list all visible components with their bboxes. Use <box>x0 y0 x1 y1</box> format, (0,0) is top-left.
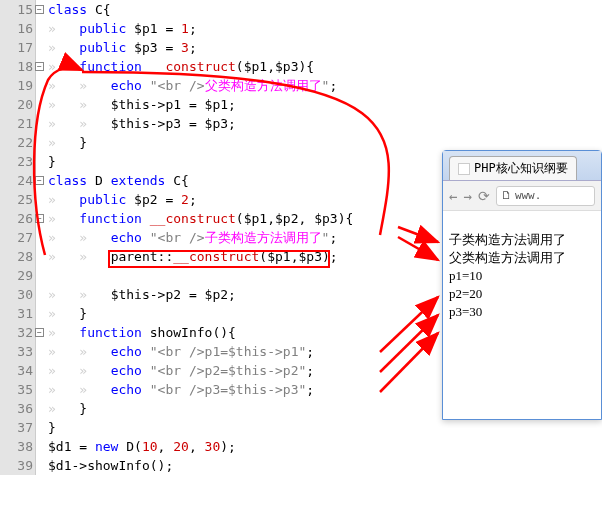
code-line[interactable]: 23} <box>0 152 442 171</box>
line-number: 28 <box>0 247 36 266</box>
code-content: » » $this->p3 = $p3; <box>36 114 442 133</box>
code-content: » » echo "<br />父类构造方法调用了"; <box>36 76 442 95</box>
page-icon: 🗋 <box>501 189 512 202</box>
code-content: » » echo "<br />p3=$this->p3"; <box>36 380 442 399</box>
line-number: 22 <box>0 133 36 152</box>
line-number: 17 <box>0 38 36 57</box>
reload-icon[interactable]: ⟳ <box>478 188 490 204</box>
code-content: } <box>36 152 442 171</box>
output-line: p3=30 <box>449 303 595 321</box>
code-line[interactable]: 24−class D extends C{ <box>0 171 442 190</box>
code-line[interactable]: 25» public $p2 = 2; <box>0 190 442 209</box>
code-line[interactable]: 35» » echo "<br />p3=$this->p3"; <box>0 380 442 399</box>
address-bar[interactable]: 🗋 www. <box>496 186 595 206</box>
line-number: 30 <box>0 285 36 304</box>
code-content: » » $this->p2 = $p2; <box>36 285 442 304</box>
code-content: » » echo "<br />p1=$this->p1"; <box>36 342 442 361</box>
url-text: www. <box>515 189 542 202</box>
line-number: 29 <box>0 266 36 285</box>
line-number: 33 <box>0 342 36 361</box>
forward-icon[interactable]: → <box>463 188 471 204</box>
code-line[interactable]: 29 <box>0 266 442 285</box>
line-number: 20 <box>0 95 36 114</box>
code-line[interactable]: 30» » $this->p2 = $p2; <box>0 285 442 304</box>
fold-icon[interactable]: − <box>35 328 44 337</box>
line-number: 34 <box>0 361 36 380</box>
browser-tabbar: PHP核心知识纲要 <box>443 151 601 181</box>
fold-icon[interactable]: − <box>35 62 44 71</box>
code-line[interactable]: 21» » $this->p3 = $p3; <box>0 114 442 133</box>
code-line[interactable]: 16» public $p1 = 1; <box>0 19 442 38</box>
line-number: 18− <box>0 57 36 76</box>
output-line: 父类构造方法调用了 <box>449 249 595 267</box>
code-content: » function __construct($p1,$p3){ <box>36 57 442 76</box>
code-line[interactable]: 36» } <box>0 399 442 418</box>
output-line: p1=10 <box>449 267 595 285</box>
output-line: p2=20 <box>449 285 595 303</box>
code-line[interactable]: 26−» function __construct($p1,$p2, $p3){ <box>0 209 442 228</box>
code-line[interactable]: 38$d1 = new D(10, 20, 30); <box>0 437 442 456</box>
line-number: 23 <box>0 152 36 171</box>
browser-viewport: 子类构造方法调用了父类构造方法调用了p1=10p2=20p3=30 <box>443 211 601 327</box>
browser-toolbar: ← → ⟳ 🗋 www. <box>443 181 601 211</box>
code-content: » function __construct($p1,$p2, $p3){ <box>36 209 442 228</box>
code-content: » public $p1 = 1; <box>36 19 442 38</box>
tab-title: PHP核心知识纲要 <box>474 160 568 177</box>
fold-icon[interactable]: − <box>35 176 44 185</box>
code-content: » » $this->p1 = $p1; <box>36 95 442 114</box>
line-number: 15− <box>0 0 36 19</box>
code-content: » } <box>36 304 442 323</box>
code-line[interactable]: 32−» function showInfo(){ <box>0 323 442 342</box>
code-line[interactable]: 22» } <box>0 133 442 152</box>
code-content: $d1 = new D(10, 20, 30); <box>36 437 442 456</box>
back-icon[interactable]: ← <box>449 188 457 204</box>
code-content <box>36 266 442 285</box>
code-content: » public $p3 = 3; <box>36 38 442 57</box>
code-line[interactable]: 37} <box>0 418 442 437</box>
code-content: class D extends C{ <box>36 171 442 190</box>
page-icon <box>458 163 470 175</box>
line-number: 25 <box>0 190 36 209</box>
code-line[interactable]: 20» » $this->p1 = $p1; <box>0 95 442 114</box>
code-line[interactable]: 18−» function __construct($p1,$p3){ <box>0 57 442 76</box>
code-line[interactable]: 19» » echo "<br />父类构造方法调用了"; <box>0 76 442 95</box>
line-number: 38 <box>0 437 36 456</box>
line-number: 16 <box>0 19 36 38</box>
fold-icon[interactable]: − <box>35 214 44 223</box>
code-content: » function showInfo(){ <box>36 323 442 342</box>
line-number: 21 <box>0 114 36 133</box>
fold-icon[interactable]: − <box>35 5 44 14</box>
browser-tab[interactable]: PHP核心知识纲要 <box>449 156 577 180</box>
highlight-box <box>108 250 330 268</box>
code-content: » public $p2 = 2; <box>36 190 442 209</box>
code-content: » } <box>36 133 442 152</box>
line-number: 36 <box>0 399 36 418</box>
code-line[interactable]: 33» » echo "<br />p1=$this->p1"; <box>0 342 442 361</box>
code-content: » } <box>36 399 442 418</box>
code-line[interactable]: 17» public $p3 = 3; <box>0 38 442 57</box>
line-number: 31 <box>0 304 36 323</box>
code-line[interactable]: 27» » echo "<br />子类构造方法调用了"; <box>0 228 442 247</box>
code-line[interactable]: 34» » echo "<br />p2=$this->p2"; <box>0 361 442 380</box>
line-number: 35 <box>0 380 36 399</box>
code-content: $d1->showInfo(); <box>36 456 442 475</box>
code-line[interactable]: 39$d1->showInfo(); <box>0 456 442 475</box>
line-number: 27 <box>0 228 36 247</box>
code-line[interactable]: 15−class C{ <box>0 0 442 19</box>
line-number: 39 <box>0 456 36 475</box>
line-number: 37 <box>0 418 36 437</box>
code-content: » » echo "<br />子类构造方法调用了"; <box>36 228 442 247</box>
code-content: » » echo "<br />p2=$this->p2"; <box>36 361 442 380</box>
browser-window: PHP核心知识纲要 ← → ⟳ 🗋 www. 子类构造方法调用了父类构造方法调用… <box>442 150 602 420</box>
output-line: 子类构造方法调用了 <box>449 231 595 249</box>
code-line[interactable]: 31» } <box>0 304 442 323</box>
line-number: 19 <box>0 76 36 95</box>
code-content: } <box>36 418 442 437</box>
line-number: 24− <box>0 171 36 190</box>
code-content: class C{ <box>36 0 442 19</box>
line-number: 32− <box>0 323 36 342</box>
line-number: 26− <box>0 209 36 228</box>
